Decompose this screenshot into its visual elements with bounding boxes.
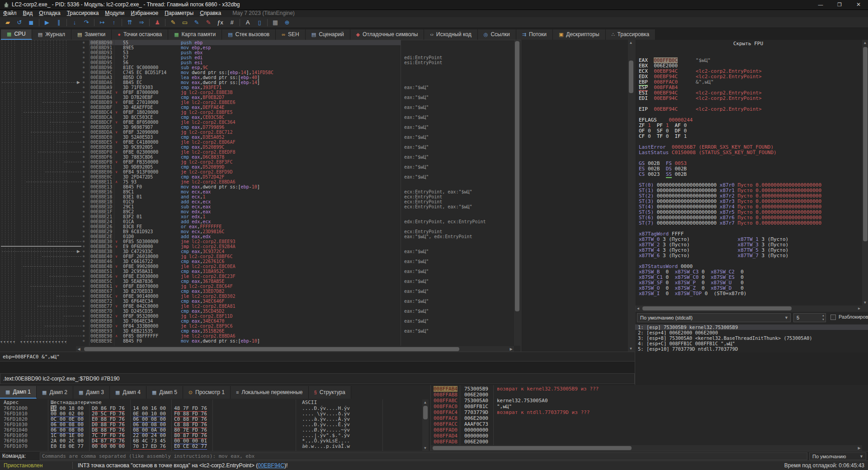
dump-tab-дамп-2[interactable]: ▦Дамп 2 bbox=[37, 386, 73, 399]
stack-row[interactable]: 008FFAC0008FFB1C",ыЦ" bbox=[431, 404, 868, 409]
trace-button[interactable]: ♟ bbox=[151, 18, 163, 27]
breakpoint-dot[interactable]: ● bbox=[83, 95, 85, 100]
disasm-row[interactable]: ●00E8BE3B3D C472933Ccmp eax,3C9372C4eax:… bbox=[0, 249, 521, 254]
breakpoint-dot[interactable]: ● bbox=[83, 244, 85, 249]
dump-tab-просмотр-1[interactable]: ⊙Просмотр 1 bbox=[183, 386, 231, 399]
dump-tab-локальные-переменные[interactable]: ≡Локальные переменные bbox=[231, 386, 309, 399]
stack-row[interactable]: 008FFAD000000000 bbox=[431, 427, 868, 433]
disasm-row[interactable]: ●00E8BE1689C1mov ecx,eaxecx:EntryPoint, … bbox=[0, 189, 521, 194]
tab-журнал[interactable]: ▤Журнал bbox=[32, 29, 71, 40]
scroll-up-button[interactable]: ▲ bbox=[628, 40, 634, 46]
disasm-row[interactable]: ●00E8BE883D 7064EC34cmp eax,34EC6470eax:… bbox=[0, 319, 521, 324]
disasm-row[interactable]: ●00E8BE9E8B45 F0mov eax,dword ptr ss:[eb… bbox=[0, 338, 521, 343]
tab-трассировка[interactable]: ∴Трассировка bbox=[606, 29, 656, 40]
argument-row[interactable]: 1: [esp] 753005B9 kernel32.753005B9 bbox=[635, 324, 868, 330]
breakpoint-dot[interactable]: ● bbox=[83, 194, 85, 199]
step-over-button[interactable]: ↷ bbox=[80, 18, 92, 27]
menu-item[interactable]: Вид bbox=[23, 10, 33, 16]
breakpoint-dot[interactable]: ● bbox=[83, 249, 85, 254]
breakpoint-dot[interactable]: ● bbox=[83, 130, 85, 135]
register-line[interactable]: CS 0023 SS 002B bbox=[639, 172, 687, 177]
breakpoint-dot[interactable]: ● bbox=[83, 239, 85, 244]
breakpoint-dot[interactable]: ● bbox=[83, 55, 85, 60]
disasm-row[interactable]: ●00E8BD9681EC 9C000000sub esp,9C bbox=[0, 65, 521, 70]
register-line[interactable]: ST(7) 00000000000000000000 x87r7 Пусто 0… bbox=[639, 221, 821, 226]
scroll-thumb[interactable] bbox=[515, 41, 519, 311]
scroll-right-button[interactable]: ▶ bbox=[508, 346, 514, 352]
disasm-row[interactable]: ●00E8BD9353push ebx bbox=[0, 50, 521, 55]
maximize-button[interactable]: ❐ bbox=[830, 0, 849, 10]
menu-item[interactable]: Трассировка bbox=[67, 10, 99, 16]
breakpoint-dot[interactable]: ● bbox=[83, 179, 85, 184]
scroll-up-button[interactable]: ▲ bbox=[422, 400, 428, 405]
disasm-row[interactable]: ●00E8BE463D C6616722cmp eax,226761C6eax:… bbox=[0, 259, 521, 264]
stack-row[interactable]: 008FFAC47703779Dвозврат к ntdll.7703779D… bbox=[431, 409, 868, 415]
scroll-thumb[interactable] bbox=[433, 446, 632, 450]
dump-tab-дамп-5[interactable]: ▦Дамп 5 bbox=[146, 386, 183, 399]
breakpoint-dot[interactable]: ● bbox=[83, 284, 85, 289]
favourite-button[interactable]: ✎ bbox=[203, 18, 214, 27]
disasm-row[interactable]: ●00E8BE30∨0F85 5D300000jne lc2-corp2.E8E… bbox=[0, 239, 521, 244]
disasm-row[interactable]: ●00E8BE82∨0F8F 95320000jg lc2-corp2.E8F1… bbox=[0, 314, 521, 319]
breakpoint-dot[interactable]: ● bbox=[83, 160, 85, 164]
tab-точки-останова[interactable]: ●Точки останова bbox=[112, 29, 168, 40]
dump-panel[interactable]: ▦Дамп 1▦Дамп 2▦Дамп 3▦Дамп 4▦Дамп 5⊙Прос… bbox=[0, 385, 430, 451]
run-to-user-code-button[interactable]: ⇈ bbox=[124, 18, 136, 27]
breakpoint-dot[interactable]: ● bbox=[83, 105, 85, 110]
tab-потоки[interactable]: ⇉Потоки bbox=[516, 29, 553, 40]
tab-стек-вызовов[interactable]: ▤Стек вызовов bbox=[222, 29, 276, 40]
open-file-button[interactable]: ▰ bbox=[2, 18, 14, 27]
disasm-row[interactable]: ●00E8BDDA∨0F8F 32090000jg lc2-corp2.E8C7… bbox=[0, 130, 521, 135]
register-line[interactable]: x87SW_I 0 x87SW_TOP 0 (ST0=x87r0) bbox=[639, 291, 746, 296]
disasm-row[interactable]: ●00E8BE2E01D0add eax,edxeax:"$ыЦ", edx:E… bbox=[0, 234, 521, 239]
tab-seh[interactable]: ∞SEH bbox=[276, 29, 306, 40]
disassembly-panel[interactable]: ▾▾▾▾▾▾▾▾▾▾▾▾▾▾▾▾▾▾▾▾▶▶ ●00E8BD9055push e… bbox=[0, 40, 521, 352]
execute-till-return-button[interactable]: ↦ bbox=[96, 18, 108, 27]
breakpoint-dot[interactable]: ● bbox=[83, 184, 85, 189]
hash-button[interactable]: # bbox=[226, 18, 238, 27]
breakpoint-dot[interactable]: ● bbox=[83, 294, 85, 299]
disasm-row[interactable]: ●00E8BE2401CAadd edx,ecxedx:EntryPoint, … bbox=[0, 219, 521, 224]
menu-item[interactable]: Файл bbox=[3, 10, 17, 16]
disasm-row[interactable]: ●00E8BE723D 6F64EC34cmp eax,34EC646Feax:… bbox=[0, 299, 521, 304]
scroll-thumb[interactable] bbox=[629, 61, 633, 93]
dump-vscrollbar[interactable]: ▲ ▼ bbox=[422, 400, 429, 451]
breakpoint-dot[interactable]: ● bbox=[83, 115, 85, 120]
disasm-row[interactable]: ●00E8BE0C3D 2FD472D5cmp eax,D572D42Feax:… bbox=[0, 174, 521, 179]
breakpoint-dot[interactable]: ● bbox=[83, 329, 85, 334]
disasm-row[interactable]: ●00E8BE98∧0F85 08FFFFFFjne lc2-corp2.E8B… bbox=[0, 334, 521, 338]
disasm-row[interactable]: ●00E8BE61∨0F8F E8070000jg lc2-corp2.E8C6… bbox=[0, 284, 521, 289]
registers-panel[interactable]: Скрыть FPU EAX 008FFB0C "$ыЦ"EBX 006E200… bbox=[635, 40, 868, 312]
breakpoint-dot[interactable]: ● bbox=[83, 85, 85, 90]
breakpoint-dot[interactable]: ● bbox=[83, 319, 85, 324]
argument-row[interactable]: 3: [esp+8] 753005A0 <kernel32.BaseThread… bbox=[635, 335, 868, 341]
disasm-row[interactable]: ●00E8BDEB3D 9C8920D5cmp eax,D520899Ceax:… bbox=[0, 145, 521, 150]
dump-tab-дамп-1[interactable]: ▦Дамп 1 bbox=[0, 386, 37, 399]
breakpoint-dot[interactable]: ● bbox=[83, 274, 85, 279]
memory-map-button[interactable]: ▯ bbox=[254, 18, 265, 27]
unlock-checkbox[interactable] bbox=[830, 315, 836, 320]
disasm-row[interactable]: ●00E8BDFB∨0F8F FB350000jg lc2-corp2.E8F3… bbox=[0, 160, 521, 164]
disasm-row[interactable]: ●00E8BDD53D 969879D7cmp eax,D7799896eax:… bbox=[0, 125, 521, 130]
scroll-down-button[interactable]: ▼ bbox=[862, 300, 868, 306]
command-mode-select[interactable]: По умолчанию▼ bbox=[809, 452, 866, 460]
disasm-row[interactable]: ●00E8BDA38D5D C0lea ebx,dword ptr ss:[eb… bbox=[0, 75, 521, 80]
disasm-row[interactable]: ●00E8BDC4∨0F8F 1B020000jg lc2-corp2.E8BF… bbox=[0, 110, 521, 115]
tab-сценарий[interactable]: ▤Сценарий bbox=[306, 29, 350, 40]
disasm-row[interactable]: ●00E8BDE5∨0F8E C4180000jle lc2-corp2.E8D… bbox=[0, 140, 521, 145]
stack-hscrollbar[interactable]: ▶ bbox=[431, 445, 862, 451]
disasm-row[interactable]: ●00E8BE6C∨0F8E 90140000jle lc2-corp2.E8D… bbox=[0, 294, 521, 299]
disasm-row[interactable]: ●00E8BDA93D 71FE9303cmp eax,393FE71eax:"… bbox=[0, 85, 521, 90]
disasm-row[interactable]: ●00E8BE77∨0F8E 042C0000jle lc2-corp2.E8E… bbox=[0, 304, 521, 309]
breakpoint-dot[interactable]: ● bbox=[83, 155, 85, 160]
disasm-row[interactable]: ●00E8BDB43D D7B20EBFcmp eax,BF0EB2D7eax:… bbox=[0, 95, 521, 100]
disasm-row[interactable]: ●00E8BE673D 827DED33cmp eax,33ED7D82eax:… bbox=[0, 289, 521, 294]
scroll-thumb[interactable] bbox=[84, 347, 459, 351]
step-out-button[interactable]: ↑ bbox=[108, 18, 120, 27]
breakpoint-dot[interactable]: ● bbox=[83, 110, 85, 115]
tab-дескрипторы[interactable]: ▣Дескрипторы bbox=[553, 29, 606, 40]
disasm-row[interactable]: ●00E8BE2183F2 01xor edx,1 bbox=[0, 214, 521, 219]
breakpoint-dot[interactable]: ● bbox=[83, 65, 85, 70]
stack-row[interactable]: 008FFAD8006E2000 bbox=[431, 439, 868, 445]
stack-row[interactable]: 008FFAB4753005B9возврат к kernel32.75300… bbox=[431, 386, 868, 392]
